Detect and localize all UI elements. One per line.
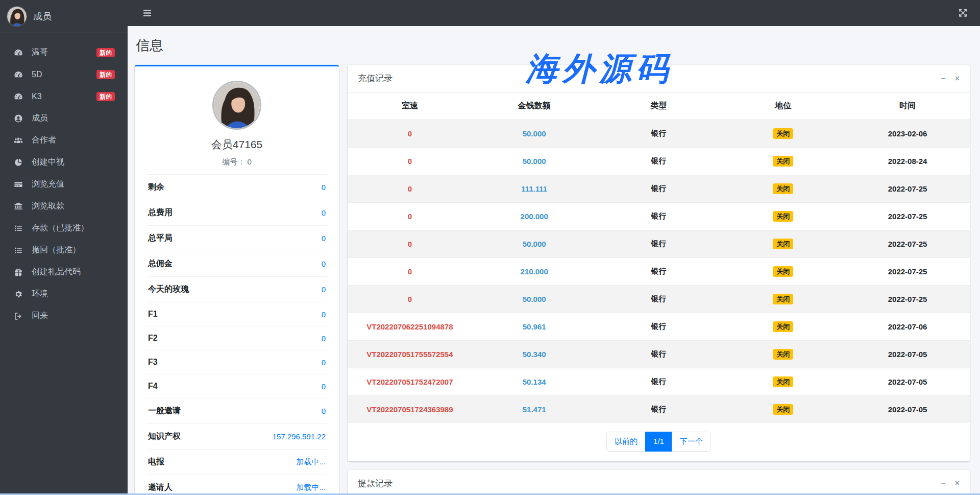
stat-label: F4	[148, 382, 158, 391]
cell-time: 2022-07-05	[845, 341, 970, 368]
stat-value: 0	[322, 208, 326, 217]
cell-time: 2022-07-25	[845, 230, 970, 258]
sidebar-item-label: 温哥	[32, 47, 96, 58]
profile-stat-row: 总佣金 0	[147, 251, 327, 276]
sidebar-item[interactable]: 温哥 新的	[0, 41, 128, 63]
new-badge: 新的	[96, 92, 115, 101]
page-title: 信息	[136, 36, 970, 55]
cell-status: 关闭	[721, 203, 845, 230]
recharge-card: 充值记录 − × 室速金钱数额类型地位时间	[348, 65, 970, 461]
cell-amount: 200.000	[472, 203, 597, 230]
profile-stat-row: F2 0	[147, 326, 327, 350]
sidebar-item[interactable]: 5D 新的	[0, 63, 128, 85]
cell-speed: 0	[348, 175, 472, 203]
cell-amount: 51.471	[472, 396, 597, 423]
sidebar-item[interactable]: 浏览充值	[0, 173, 128, 195]
cell-status: 关闭	[721, 230, 845, 258]
cell-speed: VT202207051724363989	[348, 396, 472, 423]
status-badge: 关闭	[773, 211, 793, 222]
recharge-column-header: 室速	[348, 92, 472, 120]
cell-status: 关闭	[721, 368, 845, 396]
stat-label: 一般邀请	[148, 406, 181, 416]
recharge-table-row: VT202207051752472007 50.134 银行 关闭 2022-0…	[348, 368, 970, 396]
sidebar-user-name: 成员	[33, 10, 52, 22]
sidebar-item-label: 创建礼品代码	[32, 267, 115, 277]
minimize-icon[interactable]: −	[941, 75, 945, 83]
sidebar-item[interactable]: 浏览取款	[0, 195, 128, 217]
sidebar-item[interactable]: 撤回（批准）	[0, 239, 128, 261]
withdraw-card: 提款记录 − × 室速金钱数额银行地位时间	[348, 470, 970, 495]
profile-stat-row: F4 0	[147, 374, 327, 398]
sidebar-item[interactable]: 回来	[0, 305, 128, 327]
cell-speed: 0	[348, 286, 472, 313]
pagination-prev-button[interactable]: 以前的	[606, 432, 646, 452]
cell-time: 2022-07-25	[845, 203, 970, 230]
profile-card: 会员47165 编号： 0 剩余 0 总费用 0 总平局 0	[135, 65, 339, 495]
status-badge: 关闭	[773, 376, 793, 387]
sidebar: 成员 温哥 新的 5D 新的 K3 新的 成员	[0, 0, 128, 495]
cell-speed: 0	[348, 148, 472, 175]
profile-stat-row: 剩余 0	[147, 174, 327, 200]
avatar-image	[7, 7, 27, 26]
cell-status: 关闭	[721, 313, 845, 341]
profile-stat-row: 知识产权 157.296.591.22	[147, 423, 327, 449]
cell-type: 银行	[597, 258, 721, 286]
cell-status: 关闭	[721, 258, 845, 286]
list-icon	[14, 224, 26, 233]
close-icon[interactable]: ×	[955, 479, 960, 487]
sidebar-item[interactable]: 存款（已批准）	[0, 217, 128, 239]
expand-arrows-icon[interactable]	[959, 9, 967, 17]
sidebar-item-label: 5D	[32, 70, 96, 79]
withdraw-card-header: 提款记录 − ×	[348, 470, 970, 495]
stat-value: 0	[322, 260, 326, 268]
recharge-table-row: 0 50.000 银行 关闭 2023-02-06	[348, 120, 970, 148]
status-badge: 关闭	[773, 156, 793, 167]
pagination: 以前的 1/1 下一个	[348, 423, 970, 461]
stat-label: 总费用	[148, 207, 173, 218]
user-avatar	[7, 7, 27, 26]
recharge-table-row: 0 210.000 银行 关闭 2022-07-25	[348, 258, 970, 286]
cell-status: 关闭	[721, 120, 845, 148]
member-number: 编号： 0	[147, 157, 327, 167]
cell-amount: 111.111	[472, 175, 597, 203]
sidebar-item[interactable]: 环境	[0, 283, 128, 305]
cell-speed: VT202207062251094878	[348, 313, 472, 341]
pagination-current-page[interactable]: 1/1	[645, 432, 672, 452]
cell-amount: 50.000	[472, 286, 597, 313]
recharge-card-title: 充值记录	[358, 73, 393, 84]
close-icon[interactable]: ×	[955, 75, 960, 83]
cell-status: 关闭	[721, 396, 845, 423]
hamburger-icon[interactable]	[143, 9, 152, 17]
cell-time: 2022-08-24	[845, 148, 970, 175]
sidebar-item[interactable]: 成员	[0, 107, 128, 129]
cell-time: 2023-02-06	[845, 120, 970, 148]
profile-stat-row: F3 0	[147, 350, 327, 374]
sidebar-item-label: 环境	[32, 289, 115, 299]
stat-value: 加载中...	[296, 483, 326, 492]
stat-label: 今天的玫瑰	[148, 284, 189, 295]
cell-status: 关闭	[721, 286, 845, 313]
status-badge: 关闭	[773, 349, 793, 360]
sidebar-item[interactable]: 合作者	[0, 129, 128, 151]
sidebar-item[interactable]: 创建礼品代码	[0, 261, 128, 283]
cell-type: 银行	[597, 203, 721, 230]
cell-speed: 0	[348, 120, 472, 148]
status-badge: 关闭	[773, 183, 793, 194]
profile-stats-list: 剩余 0 总费用 0 总平局 0 总佣金 0	[147, 174, 327, 495]
cell-status: 关闭	[721, 175, 845, 203]
cell-amount: 50.000	[472, 120, 597, 148]
stat-label: 电报	[148, 457, 164, 467]
cell-amount: 210.000	[472, 258, 597, 286]
minimize-icon[interactable]: −	[941, 479, 945, 487]
pie-chart-icon	[14, 158, 26, 167]
sidebar-item[interactable]: 创建中视	[0, 151, 128, 173]
recharge-table-row: 0 200.000 银行 关闭 2022-07-25	[348, 203, 970, 230]
pagination-next-button[interactable]: 下一个	[672, 432, 711, 452]
stat-value: 0	[322, 382, 326, 391]
main-content: 信息 会员47165 编号： 0	[128, 26, 980, 495]
cell-type: 银行	[597, 286, 721, 313]
cell-speed: 0	[348, 230, 472, 258]
sidebar-item[interactable]: K3 新的	[0, 85, 128, 107]
recharge-table-row: 0 50.000 银行 关闭 2022-08-24	[348, 148, 970, 175]
cell-type: 银行	[597, 396, 721, 423]
